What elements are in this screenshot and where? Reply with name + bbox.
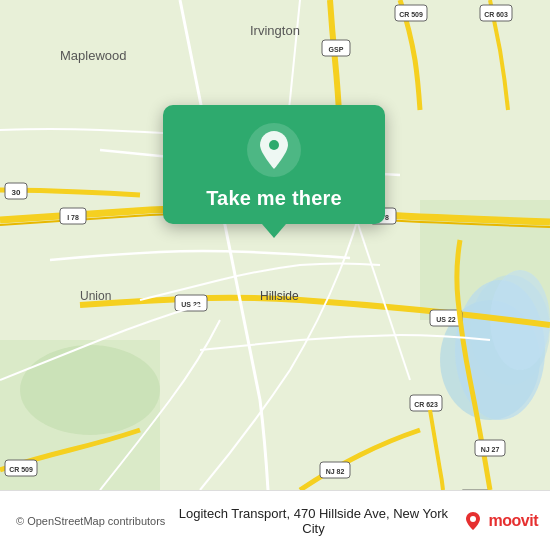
take-me-there-button[interactable]: Take me there	[206, 187, 342, 210]
svg-text:Union: Union	[80, 289, 111, 303]
svg-text:Maplewood: Maplewood	[60, 48, 127, 63]
map-container: I 78 I 78 US 22 US 22 NJ 27 CR 509 CR 60…	[0, 0, 550, 490]
svg-text:30: 30	[12, 188, 21, 197]
moovit-logo: moovit	[462, 510, 538, 532]
svg-text:GSP: GSP	[329, 46, 344, 53]
svg-text:Irvington: Irvington	[250, 23, 300, 38]
svg-text:Hillside: Hillside	[260, 289, 299, 303]
svg-point-38	[269, 140, 279, 150]
svg-text:CR 509: CR 509	[9, 466, 33, 473]
svg-text:I 78: I 78	[67, 214, 79, 221]
location-pin-icon	[247, 123, 301, 177]
address-label: Logitech Transport, 470 Hillside Ave, Ne…	[165, 506, 461, 536]
svg-text:CR 509: CR 509	[399, 11, 423, 18]
moovit-pin-icon	[462, 510, 484, 532]
svg-point-39	[470, 516, 476, 522]
popup-card[interactable]: Take me there	[163, 105, 385, 224]
svg-text:US 22: US 22	[436, 316, 456, 323]
svg-text:CR 603: CR 603	[484, 11, 508, 18]
svg-point-2	[20, 345, 160, 435]
bottom-bar: © OpenStreetMap contributors Logitech Tr…	[0, 490, 550, 550]
moovit-brand-text: moovit	[489, 512, 538, 530]
map-background: I 78 I 78 US 22 US 22 NJ 27 CR 509 CR 60…	[0, 0, 550, 490]
svg-text:CR 623: CR 623	[414, 401, 438, 408]
svg-text:NJ 82: NJ 82	[326, 468, 345, 475]
map-attribution: © OpenStreetMap contributors	[16, 515, 165, 527]
svg-text:NJ 27: NJ 27	[481, 446, 500, 453]
